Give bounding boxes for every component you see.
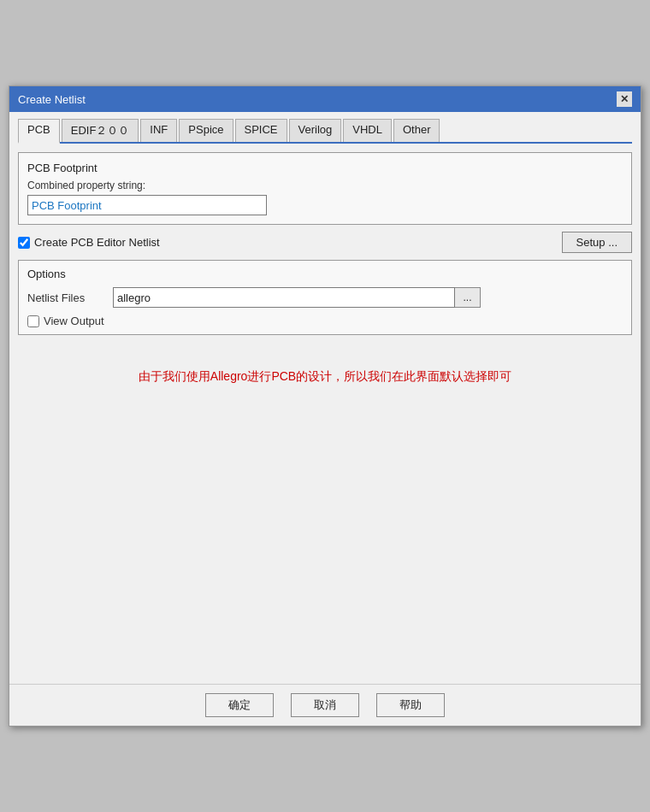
setup-button[interactable]: Setup ... — [562, 232, 632, 253]
create-netlist-label-text: Create PCB Editor Netlist — [34, 236, 160, 249]
annotation-text: 由于我们使用Allegro进行PCB的设计，所以我们在此界面默认选择即可 — [18, 361, 632, 393]
pcb-footprint-box: PCB Footprint Combined property string: — [18, 152, 632, 225]
tab-edif200[interactable]: EDIF２００ — [62, 119, 139, 142]
dialog-content: PCB EDIF２００ INF PSpice SPICE Verilog VHD… — [9, 112, 641, 675]
combined-property-label: Combined property string: — [27, 179, 623, 191]
dialog-title: Create Netlist — [18, 93, 86, 106]
tab-pspice[interactable]: PSpice — [179, 119, 233, 142]
help-button[interactable]: 帮助 — [376, 693, 445, 717]
close-button[interactable]: ✕ — [617, 91, 632, 107]
create-netlist-checkbox-label[interactable]: Create PCB Editor Netlist — [18, 236, 160, 249]
tab-vhdl[interactable]: VHDL — [343, 119, 392, 142]
tab-spice[interactable]: SPICE — [235, 119, 287, 142]
netlist-input-wrap: ... — [113, 287, 481, 308]
tab-other[interactable]: Other — [393, 119, 440, 142]
netlist-files-label: Netlist Files — [27, 291, 113, 304]
spacer — [18, 393, 632, 667]
create-netlist-row: Create PCB Editor Netlist Setup ... — [18, 232, 632, 253]
title-bar: Create Netlist ✕ — [9, 86, 641, 112]
view-output-label: View Output — [44, 315, 104, 327]
create-netlist-checkbox[interactable] — [18, 237, 30, 249]
pcb-footprint-label: PCB Footprint — [27, 162, 623, 174]
cancel-button[interactable]: 取消 — [291, 693, 359, 717]
tab-inf[interactable]: INF — [140, 119, 177, 142]
view-output-row: View Output — [27, 315, 623, 327]
tab-pcb[interactable]: PCB — [18, 119, 60, 144]
browse-button[interactable]: ... — [455, 287, 481, 308]
tab-bar: PCB EDIF２００ INF PSpice SPICE Verilog VHD… — [18, 119, 632, 144]
netlist-files-row: Netlist Files ... — [27, 287, 623, 308]
netlist-files-input[interactable] — [113, 287, 455, 308]
tab-verilog[interactable]: Verilog — [289, 119, 342, 142]
bottom-bar: 确定 取消 帮助 — [9, 684, 641, 726]
options-title: Options — [27, 268, 623, 280]
confirm-button[interactable]: 确定 — [205, 693, 274, 717]
create-netlist-dialog: Create Netlist ✕ PCB EDIF２００ INF PSpice … — [9, 85, 641, 727]
view-output-checkbox[interactable] — [27, 315, 39, 327]
combined-property-input[interactable] — [27, 195, 267, 215]
options-group: Options Netlist Files ... View Output — [18, 260, 632, 335]
